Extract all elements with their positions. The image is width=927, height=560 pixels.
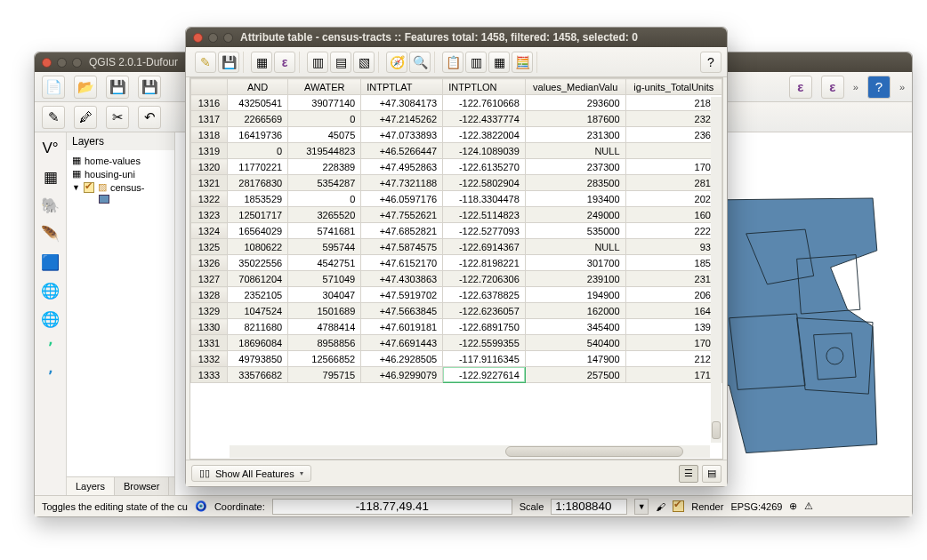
cell[interactable]: +46.5266447 bbox=[361, 143, 443, 159]
table-row[interactable]: 13164325054139077140+47.3084173-122.7610… bbox=[191, 95, 722, 111]
cell[interactable]: 162000 bbox=[525, 303, 625, 319]
invert-select-icon[interactable]: ▧ bbox=[353, 52, 375, 73]
cell[interactable]: 535000 bbox=[525, 223, 625, 239]
row-number[interactable]: 1318 bbox=[191, 127, 228, 143]
cell[interactable]: +46.9299079 bbox=[361, 367, 443, 383]
cell[interactable]: -122.6236057 bbox=[443, 303, 526, 319]
coordinate-input[interactable] bbox=[272, 499, 512, 515]
cell[interactable]: 0 bbox=[625, 143, 721, 159]
cell[interactable]: 283500 bbox=[525, 175, 625, 191]
show-features-button[interactable]: ▯▯ Show All Features ▾ bbox=[191, 465, 311, 482]
table-row[interactable]: 133082116804788414+47.6019181-122.689175… bbox=[191, 319, 722, 335]
cell[interactable]: 237300 bbox=[525, 159, 625, 175]
cell[interactable]: 1852 bbox=[625, 255, 721, 271]
table-row[interactable]: 132770861204571049+47.4303863-122.720630… bbox=[191, 271, 722, 287]
cell[interactable]: -122.7206306 bbox=[443, 271, 526, 287]
maximize-icon[interactable] bbox=[72, 58, 82, 68]
refresh-icon[interactable]: 🖌 bbox=[656, 501, 665, 512]
cell[interactable]: 39077140 bbox=[288, 95, 361, 111]
cell[interactable]: +47.4952863 bbox=[361, 159, 443, 175]
add-wfs-icon[interactable]: 🌐 bbox=[40, 308, 61, 330]
cell[interactable]: +47.0733893 bbox=[361, 127, 443, 143]
cell[interactable]: -122.8198221 bbox=[443, 255, 526, 271]
cell[interactable]: 595744 bbox=[288, 239, 361, 255]
row-number[interactable]: 1317 bbox=[191, 111, 228, 127]
cell[interactable]: 540400 bbox=[525, 335, 625, 351]
cell[interactable]: 2067 bbox=[625, 287, 721, 303]
cell[interactable]: 571049 bbox=[288, 271, 361, 287]
cell[interactable]: 2364 bbox=[625, 127, 721, 143]
row-number[interactable]: 1323 bbox=[191, 207, 228, 223]
cell[interactable]: NULL bbox=[525, 239, 625, 255]
table-row[interactable]: 132218535290+46.0597176-118.330447819340… bbox=[191, 191, 722, 207]
help-icon[interactable]: ? bbox=[867, 76, 891, 99]
minimize-icon[interactable] bbox=[208, 33, 218, 43]
cell[interactable]: 1708 bbox=[625, 335, 721, 351]
cell[interactable]: 33576682 bbox=[228, 367, 288, 383]
cell[interactable]: 12566852 bbox=[288, 351, 361, 367]
table-row[interactable]: 13282352105304047+47.5919702-122.6378825… bbox=[191, 287, 722, 303]
cell[interactable]: -118.3304478 bbox=[443, 191, 526, 207]
cell[interactable]: 1719 bbox=[625, 367, 721, 383]
cell[interactable]: 228389 bbox=[288, 159, 361, 175]
toolbar-epsilon2-icon[interactable]: ε bbox=[821, 76, 844, 99]
cell[interactable]: 49793850 bbox=[228, 351, 288, 367]
cell[interactable]: +47.6691443 bbox=[361, 335, 443, 351]
add-vector-icon[interactable]: V° bbox=[40, 138, 61, 159]
cell[interactable]: 345400 bbox=[525, 319, 625, 335]
cell[interactable]: 301700 bbox=[525, 255, 625, 271]
row-number[interactable]: 1321 bbox=[191, 175, 228, 191]
cell[interactable]: 249000 bbox=[525, 207, 625, 223]
cell[interactable]: -117.9116345 bbox=[443, 351, 526, 367]
cell[interactable]: 932 bbox=[625, 239, 721, 255]
add-wms-icon[interactable]: 🟦 bbox=[40, 252, 61, 273]
cell[interactable]: 0 bbox=[228, 143, 288, 159]
crs-icon[interactable]: ⊕ bbox=[789, 500, 797, 512]
cell[interactable]: 8958856 bbox=[288, 335, 361, 351]
row-number[interactable]: 1333 bbox=[191, 367, 228, 383]
row-number[interactable]: 1327 bbox=[191, 271, 228, 287]
select-by-exp-icon[interactable]: ε bbox=[274, 52, 295, 73]
cell[interactable]: -122.5114823 bbox=[443, 207, 526, 223]
cell[interactable]: 43250541 bbox=[228, 95, 288, 111]
attr-help-icon[interactable]: ? bbox=[700, 52, 721, 73]
unselect-all-icon[interactable]: ▥ bbox=[307, 52, 328, 73]
cell[interactable]: 2124 bbox=[625, 351, 721, 367]
cell[interactable]: +47.6852821 bbox=[361, 223, 443, 239]
cell[interactable]: 319544823 bbox=[288, 143, 361, 159]
row-number[interactable]: 1324 bbox=[191, 223, 228, 239]
cell[interactable]: +47.6019181 bbox=[361, 319, 443, 335]
cell[interactable]: +47.5874575 bbox=[361, 239, 443, 255]
form-view-icon[interactable]: ▤ bbox=[702, 465, 721, 483]
h-scroll-thumb[interactable] bbox=[505, 446, 683, 457]
cell[interactable]: 239100 bbox=[525, 271, 625, 287]
cell[interactable]: 1047524 bbox=[228, 303, 288, 319]
column-header[interactable]: values_MedianValu bbox=[525, 79, 625, 95]
cell[interactable]: +47.2145262 bbox=[361, 111, 443, 127]
delete-selected-icon[interactable]: ▦ bbox=[251, 52, 272, 73]
table-row[interactable]: 1326350225564542751+47.6152170-122.81982… bbox=[191, 255, 722, 271]
attr-table[interactable]: ANDAWATERINTPTLATINTPTLONvalues_MedianVa… bbox=[190, 78, 722, 383]
field-calc-icon[interactable]: 🧮 bbox=[512, 52, 533, 73]
cell[interactable]: 187600 bbox=[525, 111, 625, 127]
cell[interactable]: 1390 bbox=[625, 319, 721, 335]
row-number[interactable]: 1322 bbox=[191, 191, 228, 207]
cell[interactable]: 18696084 bbox=[228, 335, 288, 351]
cell[interactable]: 28176830 bbox=[228, 175, 288, 191]
cell[interactable]: +47.7552621 bbox=[361, 207, 443, 223]
add-oracle-icon[interactable]: ʼ bbox=[40, 365, 61, 387]
row-number[interactable]: 1320 bbox=[191, 159, 228, 175]
cell[interactable]: +46.0597176 bbox=[361, 191, 443, 207]
cell[interactable]: 45075 bbox=[288, 127, 361, 143]
attr-grid[interactable]: ANDAWATERINTPTLATINTPTLONvalues_MedianVa… bbox=[189, 77, 723, 460]
scale-input[interactable] bbox=[551, 499, 627, 515]
edit-cut-icon[interactable]: ✂ bbox=[106, 106, 129, 129]
cell[interactable]: -122.4337774 bbox=[443, 111, 526, 127]
column-header[interactable]: AWATER bbox=[288, 79, 361, 95]
vertical-scrollbar[interactable] bbox=[711, 97, 721, 443]
minimize-icon[interactable] bbox=[57, 58, 67, 68]
pencil-icon[interactable]: ✎ bbox=[42, 106, 65, 129]
cell[interactable]: +47.6152170 bbox=[361, 255, 443, 271]
row-number[interactable]: 1328 bbox=[191, 287, 228, 303]
add-postgis-icon[interactable]: 🐘 bbox=[40, 195, 61, 216]
